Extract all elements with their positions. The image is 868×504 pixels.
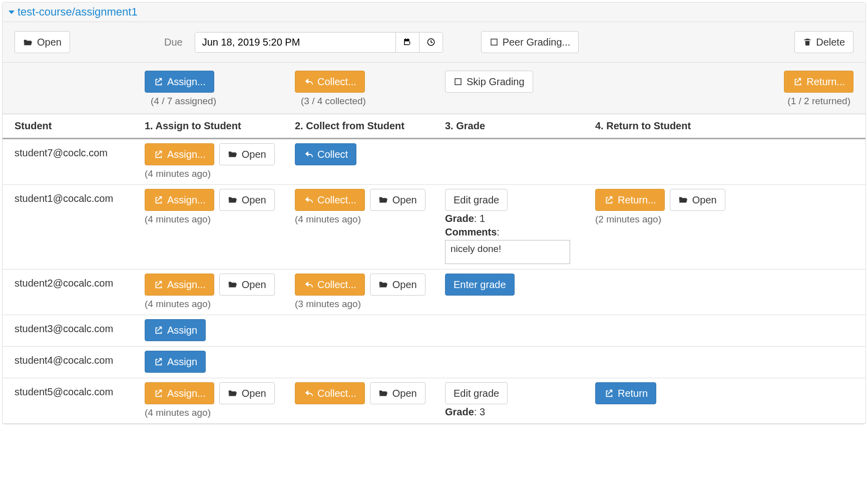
return-arrow-icon	[303, 149, 313, 159]
assignment-title-link[interactable]: test-course/assignment1	[18, 6, 138, 19]
open-returned-button[interactable]: Open	[670, 189, 725, 211]
open-assignment-button[interactable]: Open	[15, 31, 70, 53]
assign-button[interactable]: Assign	[145, 351, 206, 373]
folder-open-icon	[378, 280, 388, 290]
due-date-calendar-button[interactable]	[395, 33, 419, 52]
return-arrow-icon	[303, 280, 313, 290]
collect-again-button[interactable]: Collect...	[295, 189, 365, 211]
due-date-input[interactable]	[195, 33, 395, 52]
panel-header[interactable]: test-course/assignment1	[3, 3, 865, 22]
share-out-icon	[604, 388, 614, 398]
table-row: student4@cocalc.comAssign	[3, 347, 865, 378]
grade-value-line: Grade: 3	[445, 406, 485, 418]
comments-label: Comments:	[445, 226, 500, 238]
return-time: (2 minutes ago)	[595, 214, 661, 225]
open-assigned-button[interactable]: Open	[219, 274, 275, 296]
delete-button[interactable]: Delete	[794, 31, 853, 53]
col-grade: 3. Grade	[445, 120, 595, 132]
assign-time: (4 minutes ago)	[145, 299, 211, 310]
chevron-down-icon	[9, 11, 15, 14]
student-email: student2@cocalc.com	[15, 274, 145, 289]
return-again-button[interactable]: Return...	[595, 189, 665, 211]
edit-grade-button[interactable]: Edit grade	[445, 189, 508, 211]
student-email: student3@cocalc.com	[15, 319, 145, 335]
share-out-icon	[153, 325, 163, 335]
folder-open-icon	[228, 195, 238, 205]
bulk-return-label: Return...	[806, 75, 845, 88]
bulk-assign-status: (4 / 7 assigned)	[145, 96, 216, 107]
share-out-icon	[153, 195, 163, 205]
assign-time: (4 minutes ago)	[145, 214, 211, 225]
return-arrow-icon	[303, 77, 313, 87]
share-out-icon	[153, 388, 163, 398]
open-collected-button[interactable]: Open	[370, 189, 425, 211]
table-row: student5@cocalc.comAssign...Open(4 minut…	[3, 378, 865, 424]
folder-open-icon	[23, 37, 33, 47]
assign-button[interactable]: Assign	[145, 319, 206, 341]
calendar-icon	[403, 38, 412, 47]
collect-again-button[interactable]: Collect...	[295, 382, 365, 404]
folder-open-icon	[378, 388, 388, 398]
bulk-actions-row: Assign... (4 / 7 assigned) Collect... (3…	[3, 63, 865, 114]
share-out-icon	[153, 77, 163, 87]
folder-open-icon	[228, 149, 238, 159]
collect-again-button[interactable]: Collect...	[295, 274, 365, 296]
return-arrow-icon	[303, 195, 313, 205]
assign-again-button[interactable]: Assign...	[145, 143, 214, 165]
assign-time: (4 minutes ago)	[145, 168, 211, 179]
bulk-assign-label: Assign...	[167, 75, 206, 88]
student-email: student5@cocalc.com	[15, 382, 145, 398]
open-label: Open	[37, 36, 62, 49]
col-return: 4. Return to Student	[595, 120, 853, 132]
share-out-icon	[153, 149, 163, 159]
collect-button[interactable]: Collect	[295, 143, 356, 165]
bulk-return-button[interactable]: Return...	[784, 71, 853, 93]
folder-open-icon	[678, 195, 688, 205]
share-out-icon	[153, 357, 163, 367]
trash-icon	[803, 38, 812, 47]
col-student: Student	[15, 120, 145, 132]
bulk-collect-label: Collect...	[317, 75, 356, 88]
assign-again-button[interactable]: Assign...	[145, 189, 214, 211]
due-date-group	[195, 32, 443, 53]
open-assigned-button[interactable]: Open	[219, 382, 275, 404]
open-assigned-button[interactable]: Open	[219, 143, 275, 165]
return-button[interactable]: Return	[595, 382, 656, 404]
open-collected-button[interactable]: Open	[370, 382, 425, 404]
skip-grading-label: Skip Grading	[467, 75, 525, 88]
assign-again-button[interactable]: Assign...	[145, 274, 214, 296]
assignment-panel: test-course/assignment1 Open Due Peer Gr…	[2, 2, 866, 424]
bulk-collect-button[interactable]: Collect...	[295, 71, 365, 93]
due-label: Due	[164, 37, 183, 48]
bulk-assign-button[interactable]: Assign...	[145, 71, 214, 93]
student-email: student1@cocalc.com	[15, 189, 145, 204]
bulk-return-status: (1 / 2 returned)	[781, 96, 853, 107]
student-email: student7@coclc.com	[15, 143, 145, 159]
assign-again-button[interactable]: Assign...	[145, 382, 214, 404]
student-rows: student7@coclc.comAssign...Open(4 minute…	[3, 139, 865, 424]
col-collect: 2. Collect from Student	[295, 120, 445, 132]
skip-grading-button[interactable]: Skip Grading	[445, 71, 533, 93]
folder-open-icon	[228, 388, 238, 398]
delete-label: Delete	[816, 36, 845, 49]
edit-grade-button[interactable]: Edit grade	[445, 382, 508, 404]
square-icon	[454, 77, 463, 86]
assign-time: (4 minutes ago)	[145, 407, 211, 418]
due-date-clock-button[interactable]	[419, 33, 443, 52]
comments-box[interactable]: nicely done!	[445, 240, 570, 264]
return-arrow-icon	[303, 388, 313, 398]
col-assign: 1. Assign to Student	[145, 120, 295, 132]
table-row: student2@cocalc.comAssign...Open(4 minut…	[3, 270, 865, 315]
peer-grading-label: Peer Grading...	[503, 36, 571, 49]
open-assigned-button[interactable]: Open	[219, 189, 275, 211]
enter-grade-button[interactable]: Enter grade	[445, 274, 515, 296]
share-out-icon	[153, 280, 163, 290]
open-collected-button[interactable]: Open	[370, 274, 425, 296]
folder-open-icon	[378, 195, 388, 205]
collect-time: (4 minutes ago)	[295, 214, 361, 225]
grade-value-line: Grade: 1	[445, 213, 485, 224]
peer-grading-button[interactable]: Peer Grading...	[481, 31, 579, 53]
collect-time: (3 minutes ago)	[295, 299, 361, 310]
toolbar: Open Due Peer Grading... Delete	[3, 22, 865, 63]
student-email: student4@cocalc.com	[15, 351, 145, 366]
